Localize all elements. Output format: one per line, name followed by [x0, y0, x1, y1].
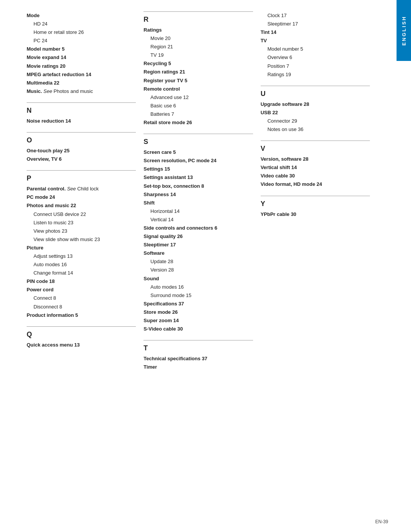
index-entry: Region ratings 21: [143, 68, 253, 76]
section-3-1: Clock 17Sleeptimer 17Tint 14TVModel numb…: [261, 11, 370, 79]
section-2-1: RRatingsMovie 20Region 21TV 19Recycling …: [143, 11, 253, 127]
index-entry: Upgrade software 28: [261, 100, 370, 109]
section-2-3: TTechnical specifications 37Timer: [143, 340, 253, 371]
index-entry: Model number 5: [27, 45, 136, 53]
index-entry: Parental control. See Child lock: [27, 185, 136, 193]
section-divider: [261, 196, 370, 196]
section-divider: [143, 340, 253, 340]
index-entry: Horizontal 14: [143, 207, 253, 216]
section-divider: [27, 170, 136, 171]
index-entry: HD 24: [27, 20, 136, 28]
section-letter-U: U: [261, 90, 370, 98]
index-entry: Overview, TV 6: [27, 155, 136, 163]
index-entry: Screen resolution, PC mode 24: [143, 157, 253, 165]
index-entry: TV 19: [143, 51, 253, 59]
section-divider: [27, 132, 136, 133]
index-entry: YPbPr cable 30: [261, 210, 370, 219]
section-divider: [261, 141, 370, 141]
index-entry: Ratings 19: [261, 70, 370, 79]
page-footer: EN-39: [375, 519, 388, 524]
index-entry: View photos 23: [27, 227, 136, 235]
index-entry: Movie expand 14: [27, 53, 136, 62]
index-entry: One-touch play 25: [27, 147, 136, 155]
section-1-3: OOne-touch play 25Overview, TV 6: [27, 132, 136, 163]
index-entry: Super zoom 14: [143, 316, 253, 325]
index-entry: Clock 17: [261, 11, 370, 20]
section-3-4: YYPbPr cable 30: [261, 196, 370, 219]
section-letter-N: N: [27, 107, 136, 115]
index-entry: Timer: [143, 363, 253, 371]
section-divider: [143, 11, 253, 12]
index-entry: Connector 29: [261, 117, 370, 125]
index-entry: Version, software 28: [261, 155, 370, 163]
index-entry: Adjust settings 13: [27, 252, 136, 260]
index-entry: Listen to music 23: [27, 219, 136, 227]
index-entry: Connect 8: [27, 294, 136, 302]
index-entry: Technical specifications 37: [143, 355, 253, 363]
index-entry: Product information 5: [27, 311, 136, 320]
index-entry: Picture: [27, 244, 136, 252]
index-entry: Software: [143, 249, 253, 257]
index-entry: S-Video cable 30: [143, 325, 253, 333]
index-entry: Recycling 5: [143, 59, 253, 68]
section-1-2: NNoise reduction 14: [27, 102, 136, 125]
index-entry: Video format, HD mode 24: [261, 180, 370, 189]
index-entry: Register your TV 5: [143, 77, 253, 85]
section-letter-Y: Y: [261, 200, 370, 208]
section-3-3: VVersion, software 28Vertical shift 14Vi…: [261, 141, 370, 189]
index-entry: Region 21: [143, 43, 253, 51]
index-entry: Mode: [27, 11, 136, 20]
index-entry: Remote control: [143, 85, 253, 93]
index-entry: Set-top box, connection 8: [143, 182, 253, 190]
index-entry: USB 22: [261, 109, 370, 117]
section-3-2: UUpgrade software 28USB 22Connector 29No…: [261, 86, 370, 134]
index-entry: Home or retail store 26: [27, 28, 136, 37]
index-entry: Retail store mode 26: [143, 118, 253, 127]
index-entry: Screen care 5: [143, 148, 253, 157]
index-entry: Auto modes 16: [27, 260, 136, 269]
section-divider: [261, 86, 370, 86]
entry-main-text: Parental control.: [27, 186, 67, 192]
index-entry: Model number 5: [261, 45, 370, 53]
index-entry: Multimedia 22: [27, 79, 136, 87]
index-entry: Sleeptimer 17: [261, 20, 370, 28]
index-entry: Connect USB device 22: [27, 210, 136, 219]
index-entry: TV: [261, 37, 370, 45]
section-2-2: SScreen care 5Screen resolution, PC mode…: [143, 134, 253, 333]
index-entry: Advanced use 12: [143, 93, 253, 102]
index-entry: Sharpness 14: [143, 190, 253, 199]
index-entry: Quick access menu 13: [27, 341, 136, 349]
index-entry: Change format 14: [27, 269, 136, 277]
index-entry: Music. See Photos and music: [27, 87, 136, 96]
index-entry: Surround mode 15: [143, 291, 253, 300]
index-entry: PIN code 18: [27, 277, 136, 286]
section-letter-P: P: [27, 174, 136, 182]
index-entry: Tint 14: [261, 28, 370, 37]
index-entry: Power cord: [27, 286, 136, 294]
entry-suffix-text: Photos and music: [52, 88, 93, 94]
column-3: Clock 17Sleeptimer 17Tint 14TVModel numb…: [257, 11, 374, 225]
entry-italic-text: See: [67, 186, 76, 192]
index-entry: PC mode 24: [27, 193, 136, 201]
section-divider: [143, 134, 253, 134]
index-entry: Position 7: [261, 62, 370, 70]
index-entry: Vertical 14: [143, 216, 253, 224]
index-entry: Ratings: [143, 26, 253, 34]
index-entry: Batteries 7: [143, 110, 253, 118]
index-entry: Overview 6: [261, 53, 370, 62]
index-entry: PC 24: [27, 37, 136, 45]
index-entry: Signal quality 26: [143, 232, 253, 241]
section-1-4: PParental control. See Child lockPC mode…: [27, 170, 136, 320]
section-divider: [27, 102, 136, 103]
index-entry: Vertical shift 14: [261, 163, 370, 172]
main-content: ModeHD 24Home or retail store 26PC 24Mod…: [0, 0, 397, 532]
index-entry: View slide show with music 23: [27, 235, 136, 244]
index-entry: MPEG artefact reduction 14: [27, 70, 136, 79]
index-entry: Update 28: [143, 257, 253, 266]
index-entry: Basic use 6: [143, 102, 253, 110]
side-language-tab: ENGLISH: [397, 0, 411, 61]
side-tab-label: ENGLISH: [401, 16, 407, 46]
index-entry: Notes on use 36: [261, 125, 370, 134]
section-letter-V: V: [261, 145, 370, 153]
index-entry: Shift: [143, 199, 253, 207]
